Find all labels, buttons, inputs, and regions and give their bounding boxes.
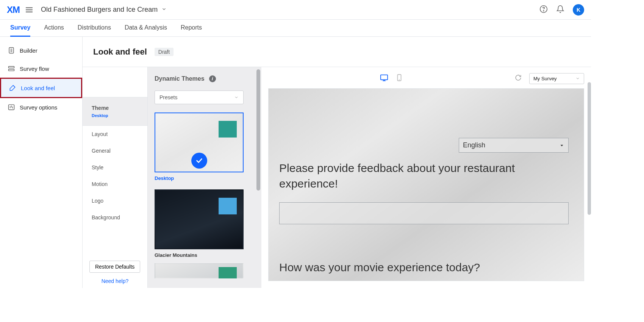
survey-question-2: How was your movie experience today? xyxy=(279,261,480,274)
svg-rect-10 xyxy=(9,69,14,71)
chevron-down-icon xyxy=(234,95,239,100)
theme-label: Glacier Mountains xyxy=(155,252,244,258)
language-label: English xyxy=(463,141,485,149)
svg-line-11 xyxy=(13,85,15,87)
scrollbar-thumb[interactable] xyxy=(588,82,591,215)
project-title-text: Old Fashioned Burgers and Ice Cream xyxy=(41,6,158,14)
settings-section-theme[interactable]: Theme Desktop xyxy=(83,97,147,126)
survey-select-dropdown[interactable]: My Survey xyxy=(529,73,584,84)
settings-section-title: Theme xyxy=(92,105,138,111)
desktop-device-icon[interactable] xyxy=(380,73,388,83)
theme-thumbnail xyxy=(155,113,244,172)
theme-thumbnail xyxy=(155,189,244,249)
presets-label: Presets xyxy=(159,94,177,100)
need-help-link[interactable]: Need help? xyxy=(89,278,141,284)
brand-logo: XM xyxy=(7,5,20,15)
tab-survey[interactable]: Survey xyxy=(10,20,30,37)
page-header: Look and feel Draft xyxy=(83,37,591,67)
refresh-icon[interactable] xyxy=(515,74,522,83)
info-icon[interactable]: i xyxy=(209,75,216,82)
tab-data-analysis[interactable]: Data & Analysis xyxy=(125,20,167,37)
scrollbar-thumb[interactable] xyxy=(256,69,260,191)
leftnav-survey-flow[interactable]: Survey flow xyxy=(0,59,82,78)
settings-item-style[interactable]: Style xyxy=(83,159,147,176)
presets-dropdown[interactable]: Presets xyxy=(155,91,244,104)
settings-section-sub: Desktop xyxy=(92,113,138,118)
settings-item-motion[interactable]: Motion xyxy=(83,176,147,192)
settings-item-general[interactable]: General xyxy=(83,142,147,159)
svg-marker-21 xyxy=(561,145,563,146)
settings-sidebar: Theme Desktop Layout General Style Motio… xyxy=(83,67,148,288)
theme-card-glacier[interactable]: Glacier Mountains xyxy=(155,189,244,258)
chevron-down-icon xyxy=(559,143,564,148)
leftnav-label: Builder xyxy=(20,47,38,54)
survey-text-input[interactable] xyxy=(279,202,569,224)
page-title: Look and feel xyxy=(93,47,147,57)
theme-gallery: Dynamic Themes i Presets Desktop xyxy=(148,67,261,288)
user-avatar[interactable]: K xyxy=(573,4,584,16)
theme-label: Desktop xyxy=(155,175,244,181)
survey-question-1: Please provide feedback about your resta… xyxy=(279,161,544,191)
tab-reports[interactable]: Reports xyxy=(181,20,202,37)
theme-card-third[interactable] xyxy=(155,263,244,278)
tab-actions[interactable]: Actions xyxy=(44,20,64,37)
settings-item-logo[interactable]: Logo xyxy=(83,192,147,209)
menu-icon[interactable] xyxy=(25,6,33,14)
topbar-actions: K xyxy=(539,4,584,16)
leftnav-label: Survey flow xyxy=(20,66,49,72)
settings-item-background[interactable]: Background xyxy=(83,209,147,226)
leftnav-survey-options[interactable]: Survey options xyxy=(0,98,82,116)
project-title-dropdown[interactable]: Old Fashioned Burgers and Ice Cream xyxy=(41,6,167,14)
theme-thumbnail xyxy=(155,263,244,278)
mobile-device-icon[interactable] xyxy=(395,73,403,83)
language-dropdown[interactable]: English xyxy=(459,138,569,153)
tab-distributions[interactable]: Distributions xyxy=(78,20,111,37)
svg-rect-16 xyxy=(380,75,387,80)
preview-toolbar: My Survey xyxy=(268,72,584,85)
device-toggle xyxy=(380,73,403,83)
check-icon xyxy=(191,153,207,169)
restore-defaults-button[interactable]: Restore Defaults xyxy=(89,261,140,273)
theme-swatch xyxy=(219,267,237,278)
primary-tabs: Survey Actions Distributions Data & Anal… xyxy=(0,20,591,37)
help-icon[interactable] xyxy=(539,5,548,15)
theme-swatch xyxy=(219,198,237,214)
survey-preview-canvas: English Please provide feedback about yo… xyxy=(268,88,584,281)
theme-card-desktop[interactable]: Desktop xyxy=(155,113,244,181)
preview-pane: My Survey English Please provide feedbac… xyxy=(261,67,591,288)
theme-gallery-title: Dynamic Themes xyxy=(155,75,205,82)
theme-swatch xyxy=(219,121,237,138)
svg-point-4 xyxy=(543,10,544,11)
left-nav: Builder Survey flow Look and feel Survey… xyxy=(0,37,83,288)
leftnav-label: Survey options xyxy=(20,104,57,111)
avatar-initial: K xyxy=(577,7,580,13)
chevron-down-icon xyxy=(161,6,167,14)
top-bar: XM Old Fashioned Burgers and Ice Cream K xyxy=(0,0,591,20)
leftnav-look-and-feel[interactable]: Look and feel xyxy=(0,78,82,98)
survey-select-label: My Survey xyxy=(533,76,556,81)
leftnav-label: Look and feel xyxy=(21,85,55,91)
settings-item-layout[interactable]: Layout xyxy=(83,126,147,142)
notifications-icon[interactable] xyxy=(556,5,564,15)
chevron-down-icon xyxy=(575,76,580,81)
status-badge: Draft xyxy=(155,48,174,56)
svg-rect-9 xyxy=(9,66,14,68)
leftnav-builder[interactable]: Builder xyxy=(0,41,82,59)
